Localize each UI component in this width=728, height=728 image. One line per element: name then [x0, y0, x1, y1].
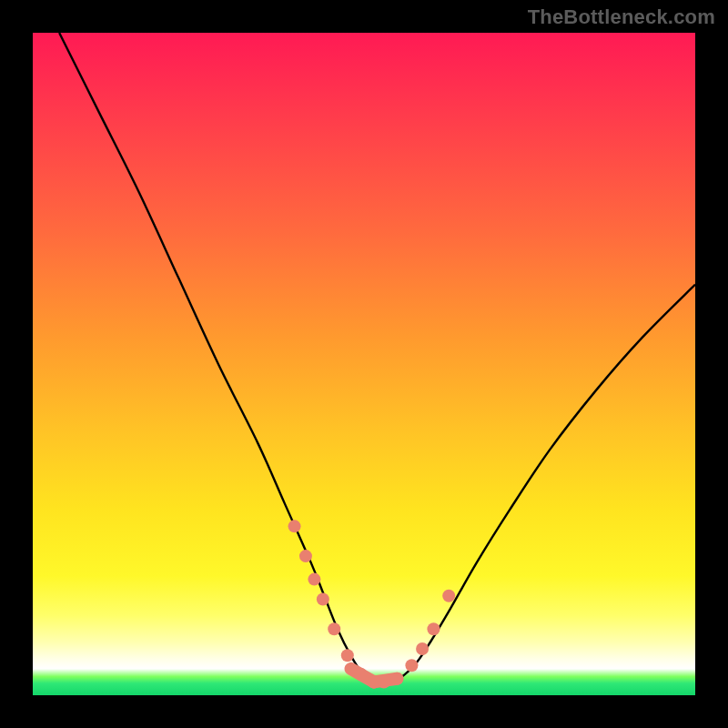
marker-dot [299, 550, 312, 562]
bottleneck-curve-path [59, 33, 695, 682]
marker-dot [378, 675, 390, 688]
marker-dot [308, 573, 320, 586]
marker-dot [390, 672, 403, 685]
marker-dot [328, 622, 340, 635]
plot-area [33, 33, 695, 695]
marker-group [288, 520, 456, 688]
marker-dot [427, 622, 440, 635]
chart-frame: TheBottleneck.com [0, 0, 728, 728]
marker-dot [317, 592, 329, 605]
watermark-text: TheBottleneck.com [528, 5, 715, 29]
marker-dot [442, 590, 455, 602]
marker-dot [405, 659, 418, 672]
marker-dot [416, 642, 429, 655]
curve-layer [33, 33, 695, 695]
marker-dot [288, 520, 301, 532]
marker-dot [341, 649, 354, 662]
marker-dot [354, 668, 367, 681]
